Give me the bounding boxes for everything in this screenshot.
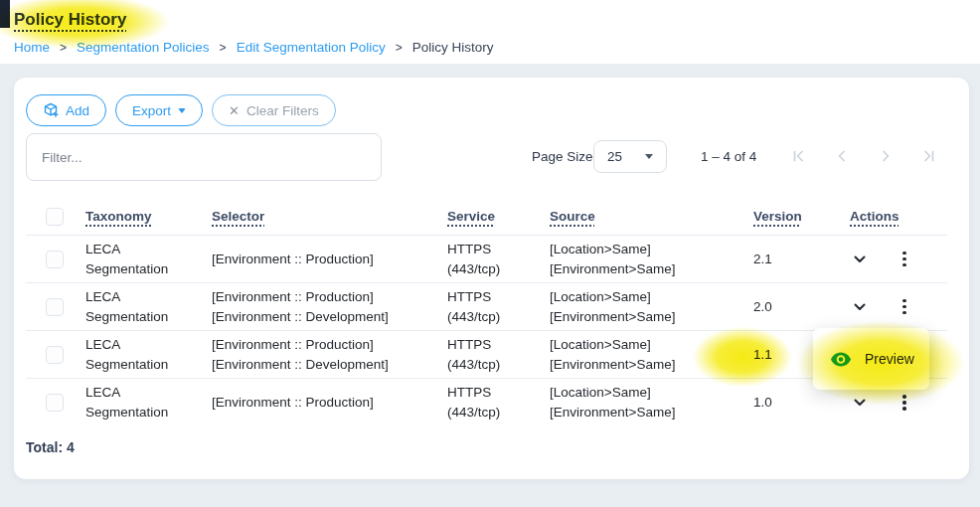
cell-actions — [850, 296, 947, 318]
cell-taxonomy: LECASegmentation — [85, 240, 212, 279]
cell-taxonomy: LECASegmentation — [85, 287, 212, 327]
preview-menu-item[interactable]: Preview — [865, 351, 914, 367]
row-action-menu: Preview — [813, 328, 929, 390]
breadcrumb-edit-segmentation-policy[interactable]: Edit Segmentation Policy — [237, 40, 386, 55]
select-all-checkbox[interactable] — [46, 208, 64, 226]
cell-taxonomy: LECASegmentation — [85, 335, 212, 375]
expand-row-button[interactable] — [854, 255, 866, 263]
table-row: LECASegmentation [Environment :: Product… — [26, 236, 947, 283]
expand-row-button[interactable] — [854, 303, 866, 311]
cell-version: 1.0 — [753, 393, 850, 413]
total-count: Total: 4 — [26, 439, 75, 455]
page-size-value: 25 — [607, 149, 622, 164]
pagination-range: 1 – 4 of 4 — [701, 149, 756, 164]
first-page-icon — [791, 149, 805, 163]
cell-selector: [Environment :: Production][Environment … — [212, 287, 447, 327]
cell-service: HTTPS(443/tcp) — [447, 335, 550, 375]
table-row: LECASegmentation [Environment :: Product… — [26, 379, 947, 426]
header-taxonomy[interactable]: Taxonomy — [85, 209, 152, 224]
cell-source: [Location>Same][Environment>Same] — [550, 383, 753, 422]
clear-filters-button[interactable]: ✕ Clear Filters — [212, 94, 336, 126]
close-icon: ✕ — [229, 103, 240, 118]
next-page-icon — [879, 149, 893, 163]
breadcrumb-separator: > — [220, 41, 227, 55]
page-size-select[interactable]: 25 — [593, 140, 667, 173]
breadcrumb-segmentation-policies[interactable]: Segmentation Policies — [77, 40, 210, 55]
table-row: LECASegmentation [Environment :: Product… — [26, 283, 947, 331]
toolbar: Add Export ✕ Clear Filters — [26, 94, 336, 126]
row-menu-button[interactable] — [899, 296, 909, 318]
header-selector[interactable]: Selector — [212, 209, 264, 224]
table-header-row: Taxonomy Selector Service Source Version… — [26, 199, 947, 236]
cell-service: HTTPS(443/tcp) — [447, 383, 550, 422]
preview-eye-icon — [830, 351, 852, 368]
pagination-controls — [789, 147, 938, 165]
cell-service: HTTPS(443/tcp) — [447, 287, 550, 327]
export-button-label: Export — [132, 103, 171, 118]
cell-version: 2.1 — [753, 250, 850, 269]
row-checkbox[interactable] — [46, 251, 64, 268]
cell-actions — [850, 392, 947, 414]
expand-row-button[interactable] — [854, 399, 866, 407]
header-actions[interactable]: Actions — [850, 207, 899, 227]
header-service[interactable]: Service — [447, 209, 495, 224]
breadcrumb-policy-history: Policy History — [412, 40, 494, 55]
row-menu-button[interactable] — [899, 392, 909, 414]
chevron-down-icon — [178, 108, 186, 113]
cell-service: HTTPS(443/tcp) — [447, 240, 550, 279]
next-page-button[interactable] — [877, 147, 895, 165]
row-menu-button[interactable] — [899, 249, 909, 270]
previous-page-icon — [835, 149, 849, 163]
first-page-button[interactable] — [789, 147, 807, 165]
cell-source: [Location>Same][Environment>Same] — [550, 240, 753, 279]
breadcrumb: Home > Segmentation Policies > Edit Segm… — [14, 40, 494, 55]
cell-taxonomy: LECASegmentation — [85, 383, 212, 422]
cell-source: [Location>Same][Environment>Same] — [550, 287, 753, 327]
export-button[interactable]: Export — [115, 94, 203, 126]
breadcrumb-separator: > — [60, 41, 67, 55]
breadcrumb-separator: > — [396, 41, 403, 55]
header-version[interactable]: Version — [753, 209, 802, 224]
cell-selector: [Environment :: Production] — [212, 393, 447, 413]
row-checkbox[interactable] — [46, 298, 64, 316]
add-button[interactable]: Add — [26, 94, 106, 126]
add-button-label: Add — [66, 103, 89, 118]
page-title: Policy History — [14, 10, 126, 30]
chevron-down-icon — [645, 154, 653, 159]
cell-selector: [Environment :: Production] — [212, 250, 447, 269]
breadcrumb-home[interactable]: Home — [14, 40, 50, 55]
last-page-icon — [922, 149, 936, 163]
chevron-down-icon — [854, 255, 866, 263]
add-cube-icon — [43, 102, 59, 118]
policy-history-table: Taxonomy Selector Service Source Version… — [26, 199, 947, 426]
content-card: Add Export ✕ Clear Filters Page Size 25 … — [14, 78, 969, 479]
cell-actions — [850, 249, 947, 270]
table-row: LECASegmentation [Environment :: Product… — [26, 331, 947, 379]
cell-selector: [Environment :: Production][Environment … — [212, 335, 447, 375]
row-checkbox[interactable] — [46, 346, 64, 364]
previous-page-button[interactable] — [833, 147, 851, 165]
filter-input[interactable] — [26, 133, 382, 181]
header-source[interactable]: Source — [550, 209, 595, 224]
clear-filters-label: Clear Filters — [246, 103, 319, 118]
chevron-down-icon — [854, 399, 866, 407]
cell-source: [Location>Same][Environment>Same] — [550, 335, 753, 375]
last-page-button[interactable] — [920, 147, 938, 165]
row-checkbox[interactable] — [46, 394, 64, 412]
page-size-label: Page Size — [532, 149, 593, 164]
sidebar-edge — [0, 0, 10, 28]
cell-version: 2.0 — [753, 297, 850, 317]
chevron-down-icon — [854, 303, 866, 311]
